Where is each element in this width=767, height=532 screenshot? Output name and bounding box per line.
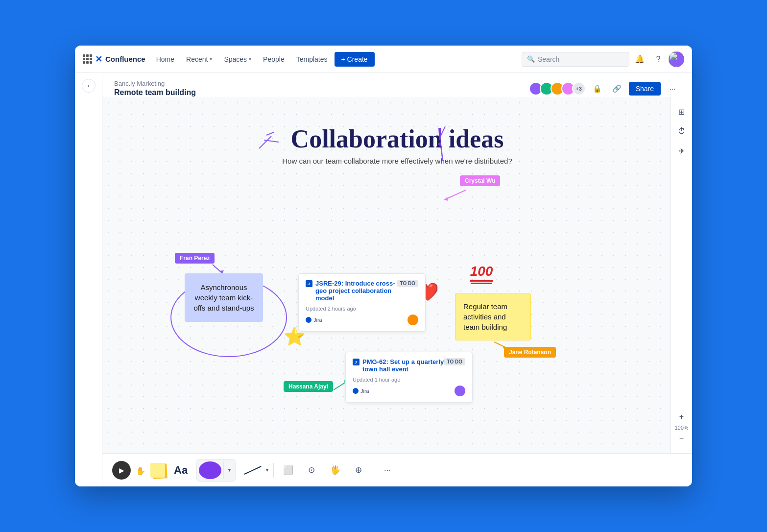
jira-card-1[interactable]: J JSRE-29: Introduce cross-geo project c… <box>298 273 426 332</box>
notifications-button[interactable]: 🔔 <box>631 51 648 68</box>
collaborators-avatars: +3 <box>529 82 586 96</box>
jira-card-1-status: TO DO <box>397 280 418 287</box>
link-button[interactable]: 🔗 <box>609 81 625 97</box>
avatar-overflow-count: +3 <box>572 82 586 96</box>
rectangle-tool[interactable]: ⬜ <box>279 461 297 480</box>
jira-icon-1: J <box>306 280 312 287</box>
shape-tool[interactable]: ▾ <box>196 459 236 482</box>
share-button[interactable]: Share <box>629 82 661 96</box>
sidebar-toggle[interactable]: ‹ <box>82 79 96 93</box>
more-options-button[interactable]: ··· <box>665 81 680 97</box>
sticky-note-team-activities[interactable]: Regular team activities and team buildin… <box>455 293 531 340</box>
panel-plugin-icon[interactable]: ✈ <box>673 142 691 160</box>
hassana-ajayi-label: Hassana Ajayi <box>284 381 333 392</box>
svg-line-0 <box>259 136 271 148</box>
page-title: Remote team building <box>114 88 196 97</box>
page-info: Banc.ly Marketing Remote team building <box>114 80 196 97</box>
jira-card-2-avatar <box>455 386 465 396</box>
zoom-out-button[interactable]: − <box>675 432 689 445</box>
search-box[interactable]: 🔍 Search <box>522 52 629 67</box>
grid-icon <box>83 54 92 64</box>
crystal-wu-label: Crystal Wu <box>460 175 500 186</box>
svg-marker-6 <box>444 197 448 201</box>
nav-templates[interactable]: Templates <box>291 52 333 66</box>
panel-timer-icon[interactable]: ⏱ <box>673 122 691 140</box>
svg-text:J: J <box>355 360 357 364</box>
zoom-level-label: 100% <box>674 425 688 431</box>
svg-line-5 <box>444 190 466 200</box>
zoom-controls: + 100% − <box>671 407 692 448</box>
toolbar-divider-1 <box>273 463 274 478</box>
sidebar: ‹ <box>75 73 102 486</box>
more-tools-button[interactable]: ··· <box>378 461 397 480</box>
nav-home[interactable]: Home <box>151 52 179 66</box>
jira-card-1-source: Updated 2 hours ago <box>306 306 356 312</box>
svg-line-2 <box>266 132 274 135</box>
collaboration-title: Collaboration ideas <box>282 126 512 152</box>
jira-card-1-avatar <box>407 314 418 325</box>
zoom-in-button[interactable]: + <box>675 410 689 424</box>
stamp-tool[interactable]: 🖐 <box>326 461 344 480</box>
sticky-front <box>150 463 165 478</box>
app-window: ✕ Confluence Home Recent ▾ Spaces ▾ Peop… <box>75 46 692 486</box>
app-logo[interactable]: ✕ Confluence <box>83 54 145 65</box>
create-button[interactable]: + Create <box>335 52 375 67</box>
text-tool[interactable]: Aa <box>170 464 192 477</box>
jira-icon-2: J <box>353 359 360 365</box>
play-button[interactable]: ▶ <box>112 461 131 480</box>
confluence-x-icon: ✕ <box>95 54 102 65</box>
recent-dropdown-arrow: ▾ <box>210 56 212 62</box>
jane-rotanson-label: Jane Rotanson <box>504 347 556 358</box>
svg-text:J: J <box>308 282 310 286</box>
panel-table-icon[interactable]: ⊞ <box>673 103 691 121</box>
shape-dropdown-arrow[interactable]: ▾ <box>223 461 235 479</box>
shape-preview <box>199 461 221 479</box>
help-button[interactable]: ? <box>650 51 667 68</box>
main-area: ‹ Banc.ly Marketing Remote team building <box>75 73 692 486</box>
toolbar-divider-2 <box>373 463 373 478</box>
whiteboard-title-area: Collaboration ideas How can our team col… <box>282 126 512 165</box>
line-preview <box>244 466 261 475</box>
header-actions: +3 🔒 🔗 Share ··· <box>529 81 680 97</box>
jira-card-2[interactable]: J PMG-62: Set up a quarterly town hall e… <box>345 352 473 403</box>
connect-tool[interactable]: ⊙ <box>302 461 321 480</box>
line-dropdown-arrow[interactable]: ▾ <box>266 467 268 473</box>
top-navigation: ✕ Confluence Home Recent ▾ Spaces ▾ Peop… <box>75 46 692 73</box>
hundred-decoration: 100 <box>470 264 493 284</box>
svg-line-7 <box>213 265 222 273</box>
breadcrumb: Banc.ly Marketing <box>114 80 196 87</box>
spaces-dropdown-arrow: ▾ <box>249 56 251 62</box>
nav-recent[interactable]: Recent ▾ <box>181 52 217 66</box>
jira-card-2-status: TO DO <box>444 358 465 365</box>
svg-line-1 <box>264 140 279 142</box>
exclamation-decoration: ! <box>435 121 444 152</box>
user-avatar[interactable] <box>669 51 684 67</box>
link-tool[interactable]: ⊕ <box>349 461 368 480</box>
jira-source-1: Jira <box>306 317 322 323</box>
sticky-note-async[interactable]: Asynchronous weekly team kick-offs and s… <box>185 273 263 322</box>
nav-spaces[interactable]: Spaces ▾ <box>219 52 256 66</box>
whiteboard-canvas[interactable]: Collaboration ideas How can our team col… <box>102 97 692 453</box>
hand-tool[interactable]: ✋ <box>136 466 145 476</box>
content-header: Banc.ly Marketing Remote team building +… <box>102 73 692 97</box>
jira-source-2: Jira <box>353 388 369 394</box>
confluence-wordmark: Confluence <box>105 55 145 63</box>
lock-button[interactable]: 🔒 <box>590 81 605 97</box>
search-icon: 🔍 <box>527 55 535 63</box>
collaboration-subtitle: How can our team collaborate more effect… <box>282 157 512 165</box>
stickies-tool[interactable] <box>150 463 165 478</box>
line-tool[interactable]: ▾ <box>240 467 268 473</box>
right-panel: ⊞ ⏱ ✈ <box>671 97 692 453</box>
nav-people[interactable]: People <box>258 52 289 66</box>
content-area: Banc.ly Marketing Remote team building +… <box>102 73 692 486</box>
fran-perez-label: Fran Perez <box>175 253 215 264</box>
bottom-toolbar: ▶ ✋ Aa ▾ <box>102 453 692 486</box>
